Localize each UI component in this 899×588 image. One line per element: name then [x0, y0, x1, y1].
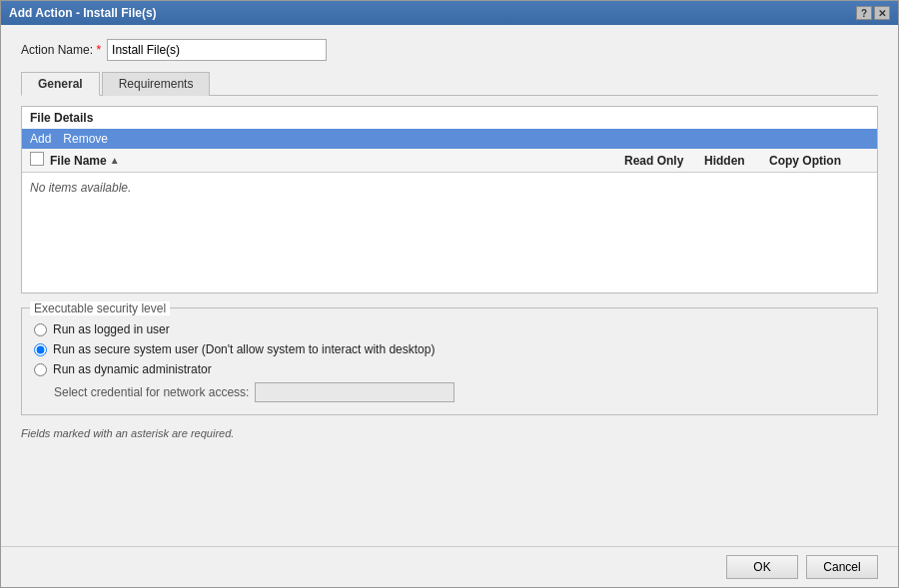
radio-run-dynamic[interactable]: [34, 363, 47, 376]
credential-label: Select credential for network access:: [54, 385, 249, 399]
table-header-row: File Name ▲ Read Only Hidden Copy Option: [22, 149, 877, 173]
header-filename[interactable]: File Name ▲: [50, 154, 624, 168]
tab-general[interactable]: General: [21, 72, 100, 96]
cancel-button[interactable]: Cancel: [806, 555, 878, 579]
dialog-content: Action Name: * General Requirements File…: [1, 25, 898, 546]
dialog-window: Add Action - Install File(s) ? ✕ Action …: [0, 0, 899, 588]
add-button[interactable]: Add: [30, 132, 51, 146]
action-name-row: Action Name: *: [21, 39, 878, 61]
radio-row-secure: Run as secure system user (Don't allow s…: [34, 342, 865, 356]
radio-row-dynamic: Run as dynamic administrator: [34, 362, 865, 376]
title-bar-text: Add Action - Install File(s): [9, 6, 157, 20]
ok-button[interactable]: OK: [726, 555, 798, 579]
credential-input[interactable]: [255, 382, 454, 402]
file-details-section: File Details Add Remove File Name ▲ Read…: [21, 106, 878, 294]
sort-arrow-icon: ▲: [110, 155, 120, 166]
help-button[interactable]: ?: [856, 6, 872, 20]
title-bar: Add Action - Install File(s) ? ✕: [1, 1, 898, 25]
tab-requirements[interactable]: Requirements: [102, 72, 211, 96]
radio-row-logged-in: Run as logged in user: [34, 322, 865, 336]
action-name-input[interactable]: [107, 39, 327, 61]
header-checkbox-col: [30, 152, 50, 169]
radio-run-logged-in[interactable]: [34, 323, 47, 336]
file-details-title: File Details: [22, 107, 101, 129]
security-legend: Executable security level: [30, 301, 170, 315]
credential-row: Select credential for network access:: [34, 382, 865, 402]
radio-run-secure[interactable]: [34, 343, 47, 356]
dialog-footer: OK Cancel: [1, 546, 898, 587]
header-copyoption: Copy Option: [769, 154, 869, 168]
header-readonly: Read Only: [624, 154, 704, 168]
label-run-logged-in: Run as logged in user: [53, 322, 170, 336]
table-body: No items available.: [22, 173, 877, 293]
header-checkbox[interactable]: [30, 152, 44, 166]
empty-message: No items available.: [30, 181, 131, 195]
remove-button[interactable]: Remove: [63, 132, 108, 146]
tabs-container: General Requirements: [21, 71, 878, 95]
executable-security-section: Executable security level Run as logged …: [21, 307, 878, 415]
header-hidden: Hidden: [704, 154, 769, 168]
title-bar-buttons: ? ✕: [856, 6, 890, 20]
close-button[interactable]: ✕: [874, 6, 890, 20]
tabs-bar: General Requirements: [21, 71, 878, 96]
label-run-dynamic: Run as dynamic administrator: [53, 362, 212, 376]
label-run-secure: Run as secure system user (Don't allow s…: [53, 342, 435, 356]
file-details-header: File Details: [22, 107, 877, 129]
file-details-toolbar: Add Remove: [22, 129, 877, 149]
required-note: Fields marked with an asterisk are requi…: [21, 425, 878, 441]
action-name-label: Action Name: *: [21, 43, 101, 57]
